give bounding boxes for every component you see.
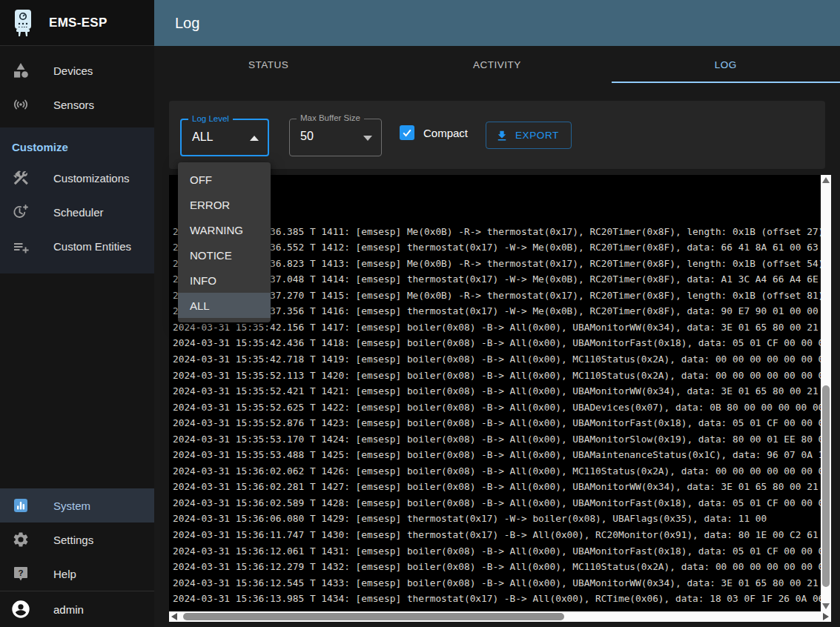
log-line: 2024-03-31 15:36:12.545 T 1433: [emsesp]… [173, 575, 821, 591]
compact-checkbox[interactable] [400, 125, 414, 140]
user-menu[interactable]: admin [0, 591, 154, 627]
log-level-menu: OFFERRORWARNINGNOTICEINFOALL [178, 162, 271, 322]
max-buffer-select[interactable]: Max Buffer Size 50 [289, 119, 382, 156]
log-line: 2024-03-31 15:36:11.747 T 1430: [emsesp]… [173, 527, 821, 543]
app-title: EMS-ESP [49, 16, 108, 30]
sidebar-item-label: Custom Entities [53, 240, 131, 253]
construction-icon [12, 169, 30, 187]
vertical-scrollbar[interactable] [821, 175, 831, 611]
scroll-right-icon[interactable] [823, 613, 829, 620]
download-icon [495, 129, 509, 142]
compact-toggle[interactable]: Compact [400, 125, 468, 140]
log-line: 2024-03-31 15:36:12.279 T 1432: [emsesp]… [173, 559, 821, 575]
help-bubble-icon: ? [12, 565, 30, 583]
sidebar-item-label: Scheduler [53, 206, 104, 219]
log-line: 2024-03-31 15:35:42.718 T 1419: [emsesp]… [173, 351, 821, 368]
sidebar-item-label: Customizations [53, 172, 130, 185]
customize-section-title: Customize [0, 127, 154, 161]
log-line: 2024-03-31 15:36:06.080 T 1429: [emsesp]… [173, 511, 821, 527]
chevron-down-icon [363, 136, 372, 141]
sidebar-item-label: Settings [53, 534, 93, 546]
boiler-logo-icon [12, 8, 34, 38]
sidebar-item-devices[interactable]: Devices [0, 53, 154, 87]
main-content: Log STATUS ACTIVITY LOG Log Level ALL Ma… [154, 0, 840, 627]
analytics-icon [12, 497, 30, 514]
checkmark-icon [401, 127, 413, 139]
sidebar-item-custom-entities[interactable]: Custom Entities [0, 229, 154, 263]
log-level-option[interactable]: ERROR [178, 192, 271, 217]
scroll-up-icon[interactable] [822, 177, 830, 183]
log-line: 2024-03-31 15:35:52.876 T 1423: [emsesp]… [173, 415, 821, 431]
log-level-option[interactable]: ALL [178, 293, 271, 318]
svg-text:?: ? [18, 568, 23, 577]
export-button[interactable]: EXPORT [486, 122, 572, 149]
customize-section: Customize Customizations [0, 127, 154, 273]
sidebar-item-customizations[interactable]: Customizations [0, 161, 154, 195]
log-line: 2024-03-31 15:35:42.156 T 1417: [emsesp]… [173, 319, 821, 336]
tab-log[interactable]: LOG [612, 46, 840, 83]
page-title: Log [175, 15, 199, 32]
scroll-left-icon[interactable] [171, 613, 177, 620]
sidebar-item-label: Help [53, 568, 76, 580]
tab-activity[interactable]: ACTIVITY [383, 46, 611, 83]
log-line: 2024-03-31 15:35:52.625 T 1422: [emsesp]… [173, 399, 821, 416]
appbar: Log [154, 0, 840, 46]
max-buffer-label: Max Buffer Size [297, 113, 364, 122]
sidebar-item-label: Devices [53, 64, 93, 77]
sidebar-bottom: System Settings ? Help [0, 488, 154, 627]
tab-status[interactable]: STATUS [154, 46, 383, 83]
sidebar-item-scheduler[interactable]: Scheduler [0, 195, 154, 229]
category-icon [12, 62, 30, 79]
more-time-icon [12, 203, 30, 221]
app-logo-row: EMS-ESP [0, 0, 154, 46]
sidebar-item-label: System [53, 500, 90, 512]
user-name: admin [53, 603, 84, 616]
log-line: 2024-03-31 15:35:53.170 T 1424: [emsesp]… [173, 431, 821, 448]
playlist-add-icon [12, 237, 30, 255]
horizontal-scroll-thumb[interactable] [183, 613, 564, 620]
gear-icon [12, 531, 30, 548]
log-level-option[interactable]: OFF [178, 167, 271, 192]
vertical-scroll-thumb[interactable] [822, 385, 830, 587]
log-line: 2024-03-31 15:36:13.985 T 1434: [emsesp]… [173, 591, 821, 607]
log-level-label: Log Level [188, 114, 233, 123]
max-buffer-value: 50 [300, 130, 314, 143]
log-controls-card: Log Level ALL Max Buffer Size 50 Compact [169, 101, 825, 169]
account-circle-icon [10, 599, 31, 620]
log-line: 2024-03-31 15:35:52.113 T 1420: [emsesp]… [173, 368, 821, 384]
log-line: 2024-03-31 15:35:53.488 T 1425: [emsesp]… [173, 447, 821, 463]
export-button-label: EXPORT [515, 130, 559, 141]
sidebar-item-system[interactable]: System [0, 488, 154, 522]
sidebar-item-settings[interactable]: Settings [0, 522, 154, 557]
log-level-select[interactable]: Log Level ALL [180, 119, 269, 156]
log-line: 2024-03-31 15:35:42.436 T 1418: [emsesp]… [173, 335, 821, 351]
scroll-down-icon[interactable] [822, 603, 830, 609]
compact-label: Compact [423, 127, 468, 139]
sidebar-item-sensors[interactable]: Sensors [0, 87, 154, 122]
log-level-option[interactable]: WARNING [178, 217, 271, 242]
log-level-value: ALL [192, 130, 213, 144]
chevron-up-icon [250, 136, 259, 141]
horizontal-scrollbar[interactable] [169, 611, 831, 622]
log-level-option[interactable]: NOTICE [178, 242, 271, 268]
sidebar: EMS-ESP Devices [0, 0, 154, 627]
ems-esp-app: EMS-ESP Devices [0, 0, 840, 627]
log-line: 2024-03-31 15:36:02.062 T 1426: [emsesp]… [173, 463, 821, 480]
log-line: 2024-03-31 15:36:12.061 T 1431: [emsesp]… [173, 543, 821, 560]
sidebar-item-help[interactable]: ? Help [0, 557, 154, 591]
log-line: 2024-03-31 15:36:02.281 T 1427: [emsesp]… [173, 479, 821, 495]
sensors-icon [12, 96, 30, 113]
log-level-option[interactable]: INFO [178, 268, 271, 293]
sidebar-item-label: Sensors [53, 99, 94, 111]
tab-bar: STATUS ACTIVITY LOG [154, 46, 840, 83]
log-line: 2024-03-31 15:35:52.421 T 1421: [emsesp]… [173, 383, 821, 399]
log-line: 2024-03-31 15:36:02.589 T 1428: [emsesp]… [173, 495, 821, 511]
